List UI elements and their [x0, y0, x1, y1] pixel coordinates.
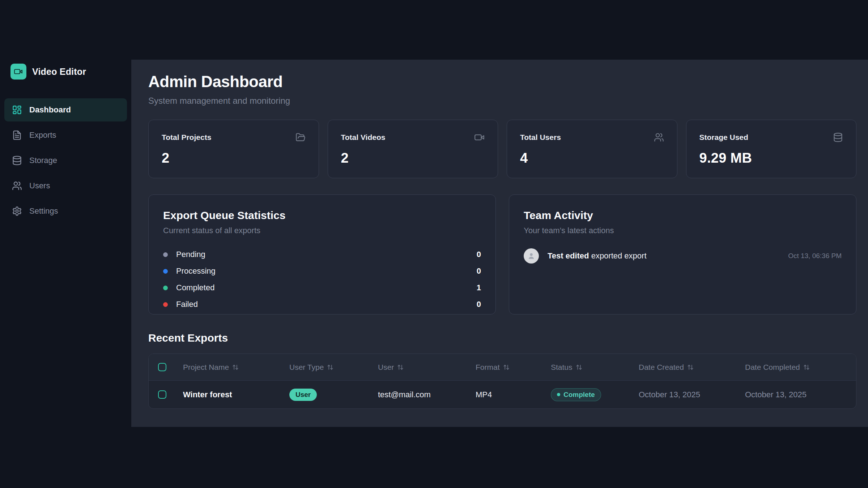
processing-dot — [163, 269, 168, 274]
recent-exports-table: Project Name User Type User Format — [148, 354, 856, 409]
row-checkbox[interactable] — [158, 390, 166, 399]
user-type-badge: User — [289, 389, 317, 401]
stat-label: Total Videos — [341, 133, 386, 142]
completed-dot — [163, 286, 168, 290]
sidebar-item-label: Settings — [29, 206, 58, 216]
activity-text: Test edited exported export — [548, 251, 647, 261]
database-icon — [833, 132, 843, 142]
sidebar-item-storage[interactable]: Storage — [4, 149, 127, 172]
sort-icon — [803, 364, 810, 371]
sidebar-item-label: Dashboard — [29, 105, 71, 115]
app-title: Video Editor — [32, 67, 86, 77]
header-cell-date-completed[interactable]: Date Completed — [745, 363, 856, 372]
stat-card-total-videos: Total Videos 2 — [328, 120, 498, 178]
queue-value: 0 — [477, 300, 481, 309]
sidebar-item-label: Exports — [29, 130, 56, 140]
header-cell-user-type[interactable]: User Type — [289, 363, 378, 372]
row-cell-status: Complete — [551, 388, 639, 401]
row-cell-date-created: October 13, 2025 — [639, 390, 745, 399]
table-header-row: Project Name User Type User Format — [149, 354, 856, 380]
stat-label: Storage Used — [699, 133, 748, 142]
sidebar-nav: Dashboard Exports Storage — [4, 98, 127, 223]
header-cell-select — [149, 363, 183, 371]
app-logo — [10, 64, 26, 80]
queue-row-failed: Failed 0 — [163, 296, 481, 313]
main-content: Admin Dashboard System management and mo… — [131, 60, 868, 427]
column-label: Status — [551, 363, 573, 372]
queue-value: 1 — [477, 283, 481, 292]
pending-dot — [163, 252, 168, 257]
header-cell-project-name[interactable]: Project Name — [183, 363, 289, 372]
activity-actor-action: Test edited — [548, 251, 589, 260]
sidebar-item-label: Storage — [29, 156, 57, 165]
header-cell-user[interactable]: User — [378, 363, 476, 372]
queue-label: Completed — [176, 283, 214, 292]
mid-row: Export Queue Statistics Current status o… — [148, 194, 856, 314]
page-subtitle: System management and monitoring — [148, 96, 856, 106]
team-activity-card: Team Activity Your team’s latest actions… — [509, 194, 856, 314]
card-title: Team Activity — [524, 209, 842, 222]
header-cell-date-created[interactable]: Date Created — [639, 363, 745, 372]
folder-open-icon — [295, 132, 306, 142]
stat-value: 2 — [162, 150, 306, 166]
file-text-icon — [12, 130, 22, 140]
stats-row: Total Projects 2 Total Videos 2 — [148, 120, 856, 178]
brand: Video Editor — [10, 64, 131, 80]
card-title: Export Queue Statistics — [163, 209, 481, 222]
card-subtitle: Your team’s latest actions — [524, 226, 842, 235]
sidebar: Video Editor Dashboard Exports — [0, 0, 131, 488]
stat-label: Total Users — [520, 133, 561, 142]
users-icon — [654, 132, 664, 142]
queue-list: Pending 0 Processing 0 Completed 1 Faile… — [163, 246, 481, 313]
sort-icon — [576, 364, 582, 371]
queue-label: Pending — [176, 250, 205, 259]
sidebar-item-settings[interactable]: Settings — [4, 200, 127, 223]
activity-object: exported export — [591, 251, 647, 260]
sort-icon — [687, 364, 694, 371]
queue-value: 0 — [477, 266, 481, 276]
column-label: Date Created — [639, 363, 684, 372]
stat-value: 9.29 MB — [699, 150, 843, 166]
stat-card-total-users: Total Users 4 — [507, 120, 677, 178]
header-cell-format[interactable]: Format — [476, 363, 551, 372]
row-cell-user-type: User — [289, 389, 378, 401]
activity-item: Test edited exported export Oct 13, 06:3… — [524, 248, 842, 264]
users-icon — [12, 181, 22, 191]
table-row: Winter forest User test@mail.com MP4 Com… — [149, 380, 856, 408]
column-label: User — [378, 363, 394, 372]
queue-row-processing: Processing 0 — [163, 263, 481, 279]
queue-row-completed: Completed 1 — [163, 279, 481, 296]
sidebar-item-label: Users — [29, 181, 50, 191]
column-label: Format — [476, 363, 500, 372]
avatar — [524, 248, 539, 264]
sort-icon — [397, 364, 404, 371]
status-dot-icon — [557, 393, 560, 396]
stat-card-storage-used: Storage Used 9.29 MB — [686, 120, 857, 178]
row-cell-project-name: Winter forest — [183, 390, 289, 399]
stat-label: Total Projects — [162, 133, 211, 142]
dashboard-grid-icon — [12, 105, 22, 115]
stat-value: 2 — [341, 150, 485, 166]
header-cell-status[interactable]: Status — [551, 363, 639, 372]
stat-value: 4 — [520, 150, 664, 166]
sidebar-item-exports[interactable]: Exports — [4, 124, 127, 147]
queue-value: 0 — [477, 250, 481, 259]
recent-exports-title: Recent Exports — [148, 332, 856, 344]
select-all-checkbox[interactable] — [158, 363, 166, 371]
row-cell-select — [149, 390, 183, 399]
queue-label: Failed — [176, 300, 198, 309]
gear-icon — [12, 206, 22, 216]
sort-icon — [503, 364, 510, 371]
column-label: User Type — [289, 363, 324, 372]
sidebar-item-dashboard[interactable]: Dashboard — [4, 98, 127, 121]
video-camera-icon — [475, 132, 485, 142]
column-label: Project Name — [183, 363, 229, 372]
page-title: Admin Dashboard — [148, 73, 856, 91]
queue-row-pending: Pending 0 — [163, 246, 481, 263]
sidebar-item-users[interactable]: Users — [4, 174, 127, 197]
failed-dot — [163, 302, 168, 307]
video-camera-icon — [14, 67, 23, 76]
row-cell-format: MP4 — [476, 390, 551, 399]
card-subtitle: Current status of all exports — [163, 226, 481, 235]
stat-card-total-projects: Total Projects 2 — [148, 120, 319, 178]
